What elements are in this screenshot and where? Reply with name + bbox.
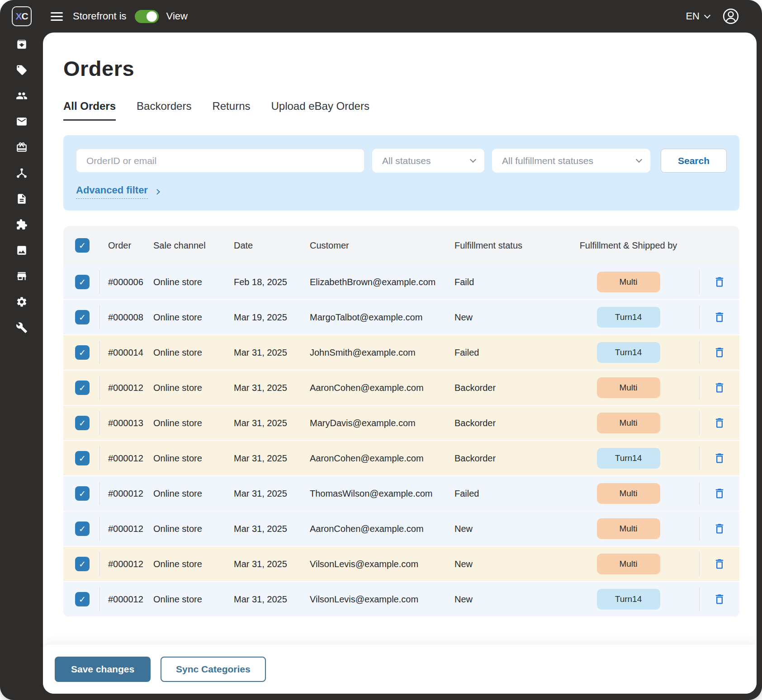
- delete-order-button[interactable]: [713, 346, 726, 359]
- user-avatar-icon[interactable]: [722, 8, 739, 25]
- customer-cell: VilsonLevis@example.com: [310, 594, 454, 605]
- puzzle-icon: [16, 219, 28, 230]
- sidebar-item-integrations[interactable]: [16, 167, 28, 179]
- shipped-by-badge[interactable]: Turn14: [597, 307, 660, 328]
- tab-upload-ebay-orders[interactable]: Upload eBay Orders: [271, 100, 369, 121]
- save-changes-button[interactable]: Save changes: [55, 657, 151, 682]
- tab-backorders[interactable]: Backorders: [137, 100, 191, 121]
- select-all-checkbox[interactable]: [75, 238, 90, 253]
- row-checkbox[interactable]: [75, 521, 90, 536]
- language-selector[interactable]: EN: [686, 10, 710, 22]
- delete-order-button[interactable]: [713, 522, 726, 535]
- sale-channel-cell: Online store: [153, 418, 234, 428]
- row-checkbox[interactable]: [75, 345, 90, 360]
- shipped-by-badge[interactable]: Multi: [597, 377, 660, 398]
- sale-channel-cell: Online store: [153, 453, 234, 464]
- sidebar-item-tools[interactable]: [16, 322, 28, 334]
- trash-icon: [713, 487, 726, 500]
- fulfillment-status-cell: Backorder: [454, 453, 558, 464]
- sidebar-item-promotions[interactable]: [16, 141, 28, 153]
- date-cell: Feb 18, 2025: [234, 277, 310, 287]
- sync-categories-button[interactable]: Sync Categories: [161, 657, 266, 682]
- shipped-by-badge[interactable]: Multi: [597, 518, 660, 539]
- store-icon: [16, 270, 28, 282]
- shipped-by-badge[interactable]: Multi: [597, 483, 660, 504]
- shipped-by-badge[interactable]: Turn14: [597, 342, 660, 363]
- delete-order-button[interactable]: [713, 417, 726, 429]
- row-checkbox[interactable]: [75, 486, 90, 501]
- sidebar-item-pages[interactable]: [16, 193, 28, 205]
- archive-icon: [16, 38, 28, 50]
- sale-channel-cell: Online store: [153, 312, 234, 323]
- shipped-by-badge[interactable]: Turn14: [597, 589, 660, 610]
- row-checkbox[interactable]: [75, 310, 90, 324]
- storefront-view-link[interactable]: View: [166, 10, 188, 22]
- chevron-down-icon: [636, 156, 642, 163]
- toggle-knob: [147, 11, 157, 22]
- topbar: XC Storefront is View EN: [0, 0, 762, 33]
- sidebar-item-customers[interactable]: [16, 90, 28, 102]
- customer-cell: VilsonLevis@example.com: [310, 559, 454, 569]
- fulfillment-status-cell: Backorder: [454, 383, 558, 393]
- row-checkbox[interactable]: [75, 557, 90, 571]
- advanced-filter-link[interactable]: Advanced filter: [76, 184, 148, 199]
- storefront-toggle[interactable]: [135, 10, 159, 23]
- trash-icon: [713, 558, 726, 570]
- shipped-by-badge[interactable]: Multi: [597, 554, 660, 574]
- fulfillment-status-cell: Faild: [454, 277, 558, 287]
- row-checkbox[interactable]: [75, 416, 90, 430]
- image-icon: [16, 244, 28, 256]
- row-checkbox[interactable]: [75, 275, 90, 289]
- tab-all-orders[interactable]: All Orders: [63, 100, 116, 121]
- logo-letter-x: X: [15, 11, 21, 22]
- shipped-by-badge[interactable]: Turn14: [597, 448, 660, 469]
- fulfillment-status-cell: Backorder: [454, 418, 558, 428]
- storefront-label: Storefront is: [73, 10, 127, 22]
- column-header-order: Order: [100, 240, 153, 251]
- order-id-cell: #000006: [100, 277, 153, 287]
- hamburger-menu-icon[interactable]: [51, 12, 63, 21]
- date-cell: Mar 31, 2025: [234, 524, 310, 534]
- sidebar-item-catalog[interactable]: [16, 64, 28, 76]
- search-button[interactable]: Search: [661, 149, 727, 173]
- delete-order-button[interactable]: [713, 487, 726, 500]
- order-id-cell: #000012: [100, 559, 153, 569]
- date-cell: Mar 31, 2025: [234, 348, 310, 358]
- table-row: #000012 Online store Mar 31, 2025 Thomas…: [63, 476, 739, 512]
- language-value: EN: [686, 10, 700, 22]
- sidebar-item-orders[interactable]: [16, 38, 28, 50]
- row-checkbox[interactable]: [75, 381, 90, 395]
- table-row: #000013 Online store Mar 31, 2025 MaryDa…: [63, 406, 739, 441]
- table-row: #000012 Online store Mar 31, 2025 AaronC…: [63, 441, 739, 476]
- sidebar: [0, 33, 43, 700]
- column-header-shipped-by: Fulfillment & Shipped by: [558, 240, 699, 251]
- order-search-input[interactable]: [76, 149, 364, 173]
- order-id-cell: #000012: [100, 453, 153, 464]
- gift-icon: [16, 141, 28, 153]
- shipped-by-badge[interactable]: Multi: [597, 413, 660, 433]
- row-checkbox[interactable]: [75, 451, 90, 465]
- customer-cell: ElizabethBrown@example.com: [310, 277, 454, 287]
- trash-icon: [713, 452, 726, 465]
- delete-order-button[interactable]: [713, 452, 726, 465]
- customer-cell: AaronCohen@example.com: [310, 524, 454, 534]
- status-dropdown[interactable]: All statuses: [372, 149, 484, 173]
- sale-channel-cell: Online store: [153, 594, 234, 605]
- sidebar-item-media[interactable]: [16, 244, 28, 256]
- fulfillment-status-dropdown[interactable]: All fulfillment statuses: [492, 149, 650, 173]
- delete-order-button[interactable]: [713, 558, 726, 570]
- sidebar-item-messages[interactable]: [16, 116, 28, 127]
- table-header-row: Order Sale channel Date Customer Fulfill…: [63, 226, 739, 265]
- sidebar-item-modules[interactable]: [16, 219, 28, 230]
- delete-order-button[interactable]: [713, 381, 726, 394]
- shipped-by-badge[interactable]: Multi: [597, 272, 660, 292]
- xc-logo: XC: [12, 6, 32, 26]
- column-header-fulfillment-status: Fulfillment status: [454, 240, 558, 251]
- delete-order-button[interactable]: [713, 311, 726, 324]
- sidebar-item-settings[interactable]: [16, 296, 28, 308]
- delete-order-button[interactable]: [713, 276, 726, 288]
- sidebar-item-storefront[interactable]: [16, 270, 28, 282]
- row-checkbox[interactable]: [75, 592, 90, 606]
- tab-returns[interactable]: Returns: [212, 100, 250, 121]
- delete-order-button[interactable]: [713, 593, 726, 606]
